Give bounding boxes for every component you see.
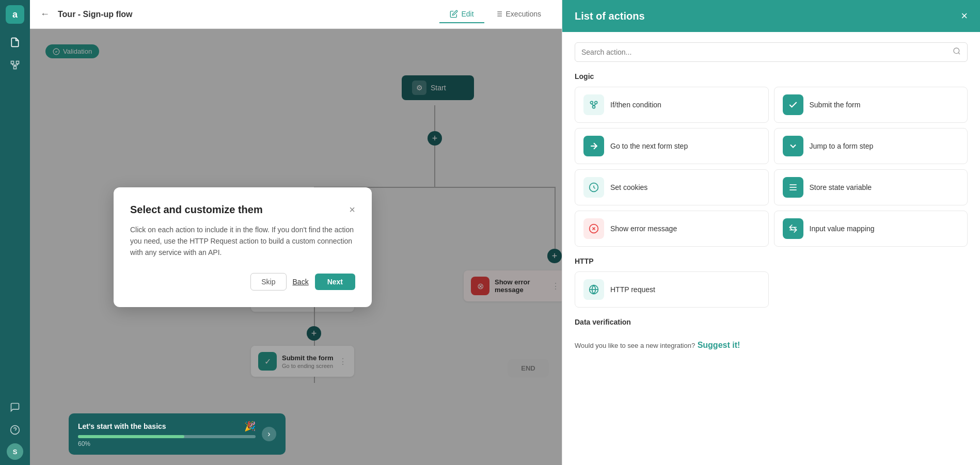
svg-line-21 [592,104,594,105]
next-button[interactable]: Next [315,274,355,290]
submit-form-icon [783,94,803,115]
svg-point-19 [595,101,597,104]
main-area: ← Tour - Sign-up flow Edit Executions Va… [30,0,562,465]
svg-point-18 [590,101,593,104]
sidebar-icon-document[interactable] [6,33,24,52]
action-grid-http: HTTP request [575,271,968,308]
action-item-http[interactable]: HTTP request [575,271,769,308]
progress-bar-fill [78,435,184,438]
right-panel-body: Logic If/then condition Submit the form … [562,32,980,465]
sidebar-icon-help[interactable] [6,421,24,439]
sidebar-avatar[interactable]: S [7,443,23,460]
sidebar-icon-hierarchy[interactable] [6,56,24,74]
search-box [575,42,968,62]
tab-edit[interactable]: Edit [439,6,484,23]
section-label-data: Data verification [575,318,968,326]
action-item-if-then[interactable]: If/then condition [575,87,769,123]
svg-line-17 [958,53,960,54]
right-panel-close-button[interactable]: × [961,9,968,23]
error-action-icon [583,218,604,239]
sidebar-icon-chat[interactable] [6,398,24,416]
right-panel-title: List of actions [575,10,645,22]
sidebar-logo[interactable]: a [6,5,24,24]
modal: Select and customize them × Click on eac… [114,187,372,307]
next-step-icon [583,136,604,156]
progress-emoji: 🎉 [244,421,256,432]
header: ← Tour - Sign-up flow Edit Executions [30,0,562,29]
action-item-cookies[interactable]: Set cookies [575,169,769,205]
skip-button[interactable]: Skip [250,273,286,291]
action-item-jump[interactable]: Jump to a form step [774,128,968,164]
cookies-icon [583,177,604,198]
svg-point-16 [954,48,959,54]
search-input[interactable] [581,48,953,56]
svg-point-20 [593,106,595,108]
tab-executions[interactable]: Executions [484,6,551,23]
modal-header: Select and customize them × [130,203,355,215]
action-item-input-mapping[interactable]: Input value mapping [774,211,968,247]
action-item-submit-form[interactable]: Submit the form [774,87,968,123]
action-grid-logic: If/then condition Submit the form Go to … [575,87,968,247]
svg-rect-1 [17,61,19,64]
if-then-icon [583,94,604,115]
back-button[interactable]: ← [40,9,50,20]
progress-bar-container: Let's start with the basics 🎉 60% › [69,413,286,455]
section-label-logic: Logic [575,72,968,81]
input-mapping-icon [783,218,803,239]
canvas-area[interactable]: Validation ⚙ Start + + + [30,29,562,465]
action-item-next-step[interactable]: Go to the next form step [575,128,769,164]
search-icon [953,47,961,57]
back-button-modal[interactable]: Back [293,278,309,286]
jump-icon [783,136,803,156]
progress-bar-bg [78,435,256,438]
http-section: HTTP HTTP request [575,257,968,308]
progress-percent: 60% [78,440,256,447]
suggest-link[interactable]: Suggest it! [698,341,740,349]
right-panel: List of actions × Logic If/then conditio… [562,0,980,465]
suggest-text: Would you like to see a new integration? [575,342,695,349]
progress-text: Let's start with the basics [78,422,240,430]
modal-footer: Skip Back Next [130,273,355,291]
modal-title: Select and customize them [130,203,263,215]
svg-rect-0 [11,61,14,64]
modal-body: Click on each action to include it in th… [130,223,355,258]
action-item-store-state[interactable]: Store state variable [774,169,968,205]
progress-arrow-button[interactable]: › [262,427,276,441]
http-icon [583,279,604,300]
svg-rect-2 [14,67,17,69]
svg-line-22 [594,104,596,105]
store-state-icon [783,177,803,198]
sidebar-bottom: S [6,398,24,460]
section-label-http: HTTP [575,257,968,265]
modal-close-button[interactable]: × [349,203,355,215]
left-sidebar: a S [0,0,30,465]
action-item-error[interactable]: Show error message [575,211,769,247]
page-title: Tour - Sign-up flow [58,10,431,19]
header-tabs: Edit Executions [439,6,551,23]
right-panel-header: List of actions × [562,0,980,32]
data-verification-section: Data verification Would you like to see … [575,318,968,356]
